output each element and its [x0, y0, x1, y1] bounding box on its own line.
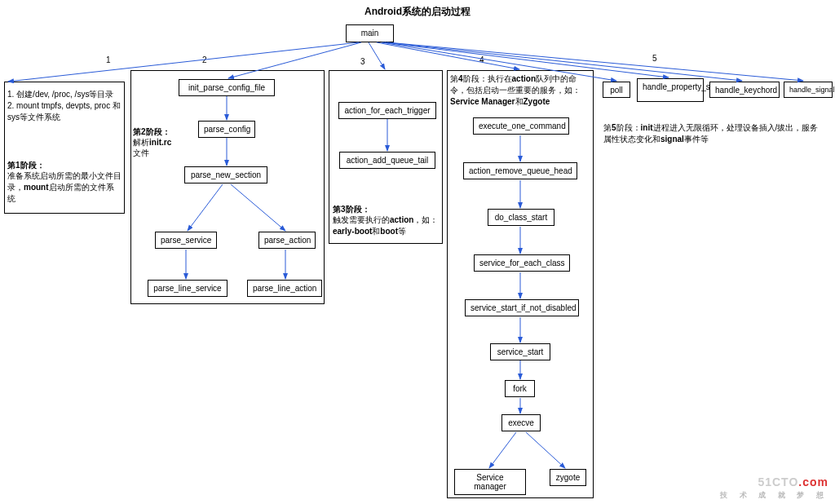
phase2-label: 第2阶段：: [133, 126, 170, 138]
watermark: 51CTO.com 技 术 成 就 梦 想: [720, 475, 828, 501]
node-action-remove-queue-head: action_remove_queue_head: [463, 162, 577, 179]
node-action-add-queue-tail: action_add_queue_tail: [339, 152, 435, 169]
node-parse-config: parse_config: [198, 121, 255, 138]
node-parse-new-section: parse_new_section: [184, 166, 267, 183]
node-service-for-each-class: service_for_each_class: [474, 254, 570, 272]
phase1-panel: 1. 创建/dev, /proc, /sys等目录 2. mount tmpfs…: [4, 82, 125, 214]
svg-line-2: [369, 42, 385, 69]
node-zygote: zygote: [550, 469, 586, 486]
phase4-label: 第4阶段：执行在action队列中的命令，包括启动一些重要的服务，如：Servi…: [450, 73, 590, 108]
node-parse-service: parse_service: [155, 232, 217, 249]
node-service-start: service_start: [490, 343, 550, 360]
phase2-desc1: 解析init.rc: [133, 137, 171, 148]
node-main: main: [346, 24, 394, 42]
phase2-panel: [130, 70, 325, 304]
phase3-label: 第3阶段：: [333, 204, 370, 215]
edge-label-5: 5: [652, 54, 657, 63]
node-fork: fork: [505, 380, 535, 397]
phase1-label: 第1阶段：: [7, 160, 45, 171]
node-service-manager: Service manager: [454, 469, 526, 495]
watermark-red: .com: [798, 475, 828, 489]
edge-label-4: 4: [479, 55, 484, 64]
node-do-class-start: do_class_start: [488, 209, 554, 226]
phase2-desc2: 文件: [133, 148, 149, 159]
phase3-desc: 触发需要执行的action，如：early-boot和boot等: [333, 214, 439, 237]
diagram-title: Android系统的启动过程: [364, 5, 471, 19]
node-init-parse-config-file: init_parse_config_file: [179, 79, 275, 96]
watermark-text: 51CTO: [758, 475, 798, 489]
node-handle-property-set-fd: handle_property_set_fd: [637, 78, 704, 102]
phase1-line1: 1. 创建/dev, /proc, /sys等目录: [7, 89, 121, 100]
node-execute-one-command: execute_one_command: [473, 117, 569, 135]
edge-label-3: 3: [360, 57, 365, 66]
node-handle-signal: handle_signal: [784, 82, 833, 98]
node-poll: poll: [603, 82, 630, 98]
edge-label-1: 1: [106, 55, 111, 64]
node-parse-action: parse_action: [258, 232, 316, 249]
phase1-desc: 准备系统启动所需的最小文件目录，mount启动所需的文件系统: [7, 170, 121, 205]
edge-label-2: 2: [202, 55, 207, 64]
node-parse-line-service: parse_line_service: [148, 280, 228, 297]
node-parse-line-action: parse_line_action: [247, 280, 322, 297]
node-handle-keychord: handle_keychord: [709, 82, 780, 98]
node-service-start-if-not-disabled: service_start_if_not_disabled: [465, 299, 579, 316]
phase1-line2: 2. mount tmpfs, devpts, proc 和sys等文件系统: [7, 100, 121, 123]
phase5-note: 第5阶段：init进程进入无限循环，处理设备插入/拔出，服务属性状态变化和sig…: [603, 122, 824, 145]
watermark-sub: 技 术 成 就 梦 想: [720, 490, 828, 501]
node-action-for-each-trigger: action_for_each_trigger: [338, 102, 436, 119]
node-execve: execve: [501, 414, 541, 431]
svg-line-3: [377, 42, 519, 69]
